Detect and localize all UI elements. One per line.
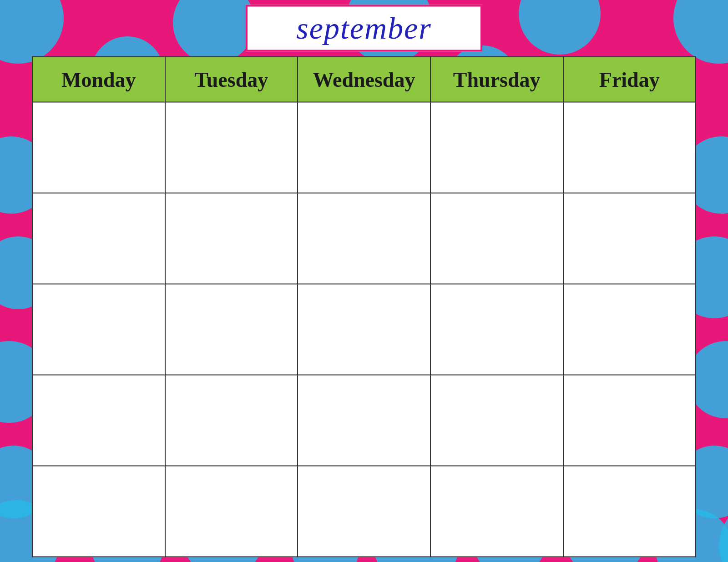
cell-r3c2[interactable]: [165, 284, 298, 375]
cell-r2c5[interactable]: [563, 193, 696, 284]
cell-r2c1[interactable]: [32, 193, 165, 284]
header-tuesday: Tuesday: [165, 57, 298, 102]
calendar-row: [32, 102, 696, 193]
cell-r5c3[interactable]: [298, 466, 430, 557]
cell-r4c1[interactable]: [32, 375, 165, 466]
calendar-table: Monday Tuesday Wednesday Thursday Friday: [32, 56, 696, 557]
cell-r2c3[interactable]: [298, 193, 430, 284]
cell-r1c2[interactable]: [165, 102, 298, 193]
cell-r3c5[interactable]: [563, 284, 696, 375]
cell-r2c4[interactable]: [430, 193, 563, 284]
calendar-row: [32, 284, 696, 375]
cell-r3c3[interactable]: [298, 284, 430, 375]
calendar-row: [32, 375, 696, 466]
cell-r3c4[interactable]: [430, 284, 563, 375]
cell-r5c2[interactable]: [165, 466, 298, 557]
cell-r2c2[interactable]: [165, 193, 298, 284]
cell-r1c4[interactable]: [430, 102, 563, 193]
cell-r4c2[interactable]: [165, 375, 298, 466]
header-wednesday: Wednesday: [298, 57, 430, 102]
cell-r4c4[interactable]: [430, 375, 563, 466]
cell-r5c4[interactable]: [430, 466, 563, 557]
cell-r4c5[interactable]: [563, 375, 696, 466]
calendar-header-row: Monday Tuesday Wednesday Thursday Friday: [32, 57, 696, 102]
cell-r1c5[interactable]: [563, 102, 696, 193]
cell-r1c3[interactable]: [298, 102, 430, 193]
cell-r1c1[interactable]: [32, 102, 165, 193]
cell-r5c1[interactable]: [32, 466, 165, 557]
header-thursday: Thursday: [430, 57, 563, 102]
month-title: september: [296, 11, 431, 45]
calendar-row: [32, 193, 696, 284]
header-monday: Monday: [32, 57, 165, 102]
cell-r5c5[interactable]: [563, 466, 696, 557]
cell-r3c1[interactable]: [32, 284, 165, 375]
calendar-wrapper: september Monday Tuesday Wednesday Thurs…: [27, 5, 701, 557]
header-friday: Friday: [563, 57, 696, 102]
calendar-row: [32, 466, 696, 557]
month-title-box: september: [246, 5, 482, 52]
cell-r4c3[interactable]: [298, 375, 430, 466]
